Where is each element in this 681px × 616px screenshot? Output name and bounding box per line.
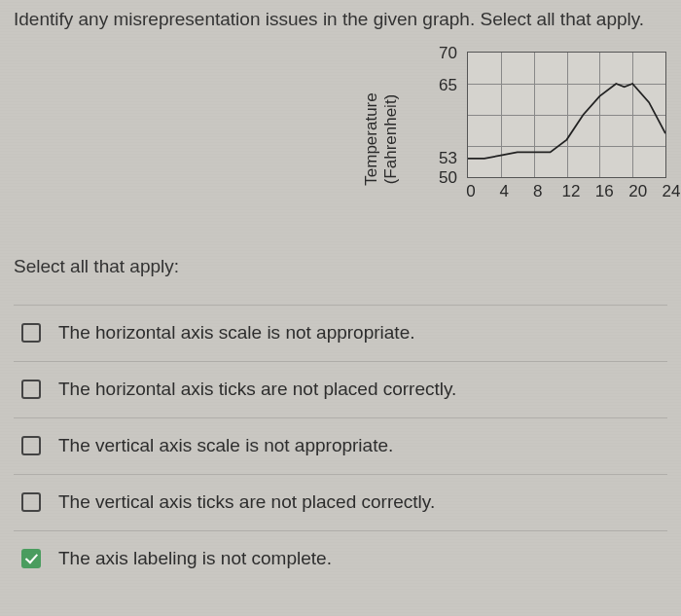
y-axis-label-line2: (Fahrenheit) — [381, 92, 401, 185]
y-tick: 70 — [428, 44, 457, 63]
checkbox[interactable] — [21, 380, 41, 399]
option-row: The vertical axis scale is not appropria… — [14, 417, 667, 474]
y-axis-label-wrap: Temperature (Fahrenheit) — [383, 42, 422, 198]
x-tick: 4 — [494, 182, 514, 201]
checkbox[interactable] — [21, 549, 41, 568]
x-tick: 16 — [594, 182, 614, 201]
option-row: The horizontal axis scale is not appropr… — [14, 305, 667, 361]
option-label: The axis labeling is not complete. — [58, 548, 332, 569]
x-tick: 8 — [528, 182, 548, 201]
checkbox[interactable] — [21, 323, 41, 343]
question-text: Identify any misrepresentation issues in… — [14, 8, 667, 32]
option-label: The horizontal axis scale is not appropr… — [58, 322, 414, 344]
chart: Temperature (Fahrenheit) 70 65 53 50 0 4… — [14, 42, 667, 217]
option-row: The axis labeling is not complete. — [14, 530, 667, 587]
y-tick: 50 — [428, 168, 457, 188]
y-axis-label-line1: Temperature — [362, 92, 380, 185]
option-row: The horizontal axis ticks are not placed… — [14, 361, 667, 417]
checkbox[interactable] — [21, 436, 41, 455]
y-tick: 53 — [428, 149, 457, 168]
y-tick: 65 — [428, 76, 457, 95]
y-tick-labels: 70 65 53 50 — [432, 42, 461, 198]
x-tick: 0 — [461, 182, 481, 201]
checkbox[interactable] — [21, 492, 41, 512]
chart-plot-area — [467, 52, 666, 178]
x-tick: 12 — [561, 182, 581, 201]
x-tick-labels: 0 4 8 12 16 20 24 — [461, 182, 681, 201]
y-axis-label: Temperature (Fahrenheit) — [362, 92, 401, 185]
option-label: The vertical axis ticks are not placed c… — [58, 491, 435, 513]
options-list: The horizontal axis scale is not appropr… — [14, 305, 667, 587]
x-tick: 24 — [662, 182, 681, 201]
option-row: The vertical axis ticks are not placed c… — [14, 474, 667, 530]
x-tick: 20 — [628, 182, 648, 201]
instructions-text: Select all that apply: — [14, 256, 667, 277]
option-label: The horizontal axis ticks are not placed… — [58, 379, 456, 400]
option-label: The vertical axis scale is not appropria… — [58, 435, 393, 456]
